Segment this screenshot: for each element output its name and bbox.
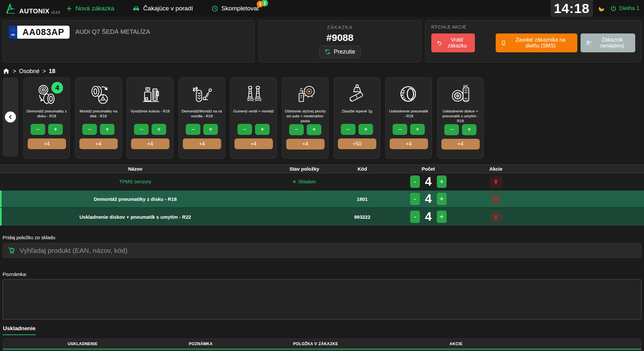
workshop-name: Dielňa 1: [619, 5, 639, 12]
refresh-icon: [325, 49, 331, 55]
autonix-logo[interactable]: AUTONIX v3.3.5: [5, 2, 58, 15]
badge-pending-count: 2: [257, 1, 263, 7]
items-table-header: Názov Stav položky Kód Počet Akcie: [0, 164, 644, 173]
column-header-code: Kód: [338, 166, 386, 172]
status-dot-icon: [293, 180, 296, 183]
breadcrumb-item-category[interactable]: Osobné: [19, 68, 40, 75]
order-type-button[interactable]: Prezutie: [319, 46, 361, 58]
service-card: Uskladnenie diskov + pneumatík s umytím …: [437, 77, 484, 159]
brand-name: AUTONIX: [19, 7, 49, 15]
return-order-button[interactable]: Vrátiť zákazku: [431, 33, 475, 52]
plate-number: AA083AP: [17, 26, 70, 39]
nav-item-complete[interactable]: Skompletovať 2 1: [211, 5, 260, 12]
moon-icon[interactable]: [598, 5, 605, 12]
license-plate: SK AA083AP: [9, 26, 70, 39]
storage-column-note: POZNÁMKA: [163, 342, 239, 346]
service-plus-button[interactable]: +: [358, 124, 373, 135]
service-card: Montáž pneumatiky na disk - R18 − + +4: [75, 77, 122, 159]
service-card-title: Demontáž/Montáž na os vozidla - R18: [181, 109, 222, 123]
service-plus-button[interactable]: +: [462, 124, 476, 135]
service-bulk-add-button[interactable]: +4: [28, 138, 66, 149]
service-bulk-add-button[interactable]: +4: [286, 139, 325, 150]
count-minus-button[interactable]: -: [410, 211, 420, 223]
count-minus-button[interactable]: -: [410, 176, 420, 188]
service-plus-button[interactable]: +: [255, 124, 270, 135]
plate-country: SK: [11, 33, 15, 36]
service-minus-button[interactable]: −: [82, 124, 97, 135]
storage-column-order-item: POLOŽKA V ZÁKAZKE: [239, 342, 392, 346]
service-bulk-add-button[interactable]: +50: [338, 138, 376, 149]
storage-section-title: Uskladnenie: [3, 325, 36, 335]
product-search-input[interactable]: [20, 247, 636, 254]
service-minus-button[interactable]: −: [186, 124, 200, 135]
complete-badges: 2 1: [257, 1, 268, 7]
service-plus-button[interactable]: +: [100, 124, 114, 135]
service-bulk-add-button[interactable]: +4: [183, 138, 221, 149]
carousel-prev-button[interactable]: [3, 77, 18, 157]
service-bulk-add-button[interactable]: +4: [79, 138, 118, 149]
service-card: Gumený ventil + montáž − + +4: [230, 77, 277, 159]
service-card-title: Závažie lepené 1g: [342, 109, 372, 123]
customer-not-found-button[interactable]: Zákazník nenájdený: [581, 33, 635, 52]
service-minus-button[interactable]: −: [444, 124, 459, 135]
workshop-logout-button[interactable]: Dielňa 1: [610, 5, 639, 12]
service-card: Závažie lepené 1g − + +50: [334, 77, 380, 159]
service-bulk-add-button[interactable]: +4: [235, 138, 273, 149]
nav-menu: Nová zákazka Čakajúce v poradí Skompleto…: [66, 5, 259, 12]
service-minus-button[interactable]: −: [31, 124, 45, 135]
service-card: Vyváženie kolesa - R18 − + +4: [127, 77, 173, 159]
column-header-actions: Akcie: [470, 166, 521, 172]
service-plus-button[interactable]: +: [410, 124, 425, 135]
service-plus-button[interactable]: +: [307, 124, 321, 135]
count-plus-button[interactable]: +: [437, 176, 447, 188]
service-minus-button[interactable]: −: [341, 124, 356, 135]
note-textarea[interactable]: [3, 279, 641, 319]
delete-item-button[interactable]: [490, 210, 503, 223]
count-plus-button[interactable]: +: [437, 211, 447, 223]
power-icon: [610, 5, 617, 12]
service-plus-button[interactable]: +: [48, 124, 63, 135]
trash-icon: [493, 196, 499, 202]
service-minus-button[interactable]: −: [237, 124, 252, 135]
order-number: #9088: [326, 32, 353, 43]
service-card-title: Uskladnenie pneumatík - R18: [388, 109, 429, 123]
call-customer-sms-button[interactable]: Zavolať zákazníka na dielňu (SMS): [496, 33, 577, 52]
item-count-cell: - 4 +: [386, 175, 470, 188]
order-items-table: Názov Stav položky Kód Počet Akcie TPMS …: [0, 164, 644, 226]
service-card: Ošetrenie styčnej plochy osi auta + mede…: [282, 77, 329, 159]
table-row: Uskladnenie diskov + pneumatík s umytím …: [0, 208, 644, 226]
count-value: 4: [424, 175, 433, 188]
service-cards-row: 4 Demontáž pneumatiky z disku - R18 − + …: [3, 77, 641, 159]
delete-item-button[interactable]: [490, 192, 503, 205]
service-plus-button[interactable]: +: [203, 124, 218, 135]
clock-icon: [211, 5, 218, 12]
item-name-link[interactable]: TPMS senzory: [0, 179, 271, 184]
nav-item-new-order[interactable]: Nová zákazka: [66, 5, 114, 12]
count-minus-button[interactable]: -: [410, 193, 420, 205]
trash-icon: [493, 179, 499, 184]
customer-not-found-label: Zákazník nenájdený: [595, 37, 630, 49]
service-plus-button[interactable]: +: [152, 124, 166, 135]
eu-stars-icon: SK: [9, 26, 17, 39]
nav-item-label: Skompletovať: [221, 5, 260, 12]
order-label: ZÁKAZKA: [327, 24, 353, 30]
plus-icon: [66, 6, 72, 12]
wheel-balancer-icon: [138, 80, 163, 109]
service-minus-button[interactable]: −: [289, 124, 304, 135]
delete-item-button[interactable]: [490, 175, 503, 188]
service-bulk-add-button[interactable]: +4: [441, 139, 480, 150]
axle-mount-icon: [189, 80, 215, 109]
nav-item-waiting-queue[interactable]: Čakajúce v poradí: [132, 5, 193, 12]
service-bulk-add-button[interactable]: +4: [131, 138, 169, 149]
service-card-title: Ošetrenie styčnej plochy osi auta + mede…: [285, 109, 326, 124]
storage-table-header: USKLADNENIE POZNÁMKA POLOŽKA V ZÁKAZKE A…: [3, 339, 641, 349]
count-plus-button[interactable]: +: [437, 193, 447, 205]
service-card-title: Montáž pneumatiky na disk - R18: [78, 109, 119, 123]
service-minus-button[interactable]: −: [393, 124, 407, 135]
service-bulk-add-button[interactable]: +4: [390, 138, 428, 149]
service-minus-button[interactable]: −: [134, 124, 149, 135]
navbar-right: 14:18 Dielňa 1: [551, 0, 639, 17]
quick-actions-title: RÝCHLE AKCIE: [431, 24, 635, 30]
home-icon[interactable]: [3, 68, 10, 75]
breadcrumb-separator: >: [43, 68, 46, 75]
